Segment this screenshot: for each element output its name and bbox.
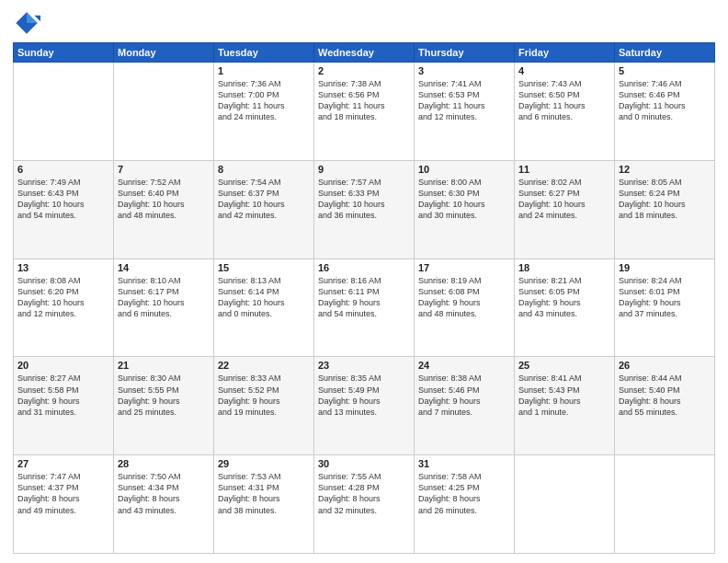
day-cell: 26Sunrise: 8:44 AM Sunset: 5:40 PM Dayli… (615, 357, 715, 455)
day-info: Sunrise: 8:44 AM Sunset: 5:40 PM Dayligh… (619, 373, 711, 418)
day-cell: 14Sunrise: 8:10 AM Sunset: 6:17 PM Dayli… (114, 259, 214, 357)
week-row-3: 13Sunrise: 8:08 AM Sunset: 6:20 PM Dayli… (14, 259, 715, 357)
day-info: Sunrise: 7:46 AM Sunset: 6:46 PM Dayligh… (619, 78, 711, 123)
day-cell: 3Sunrise: 7:41 AM Sunset: 6:53 PM Daylig… (415, 63, 515, 161)
day-cell: 5Sunrise: 7:46 AM Sunset: 6:46 PM Daylig… (615, 63, 715, 161)
day-info: Sunrise: 7:49 AM Sunset: 6:43 PM Dayligh… (17, 177, 109, 222)
day-cell: 11Sunrise: 8:02 AM Sunset: 6:27 PM Dayli… (515, 160, 615, 259)
day-info: Sunrise: 8:21 AM Sunset: 6:05 PM Dayligh… (518, 275, 610, 320)
weekday-header-thursday: Thursday (415, 43, 515, 63)
svg-marker-1 (27, 12, 38, 23)
day-cell: 17Sunrise: 8:19 AM Sunset: 6:08 PM Dayli… (415, 259, 515, 357)
logo (13, 9, 44, 37)
day-info: Sunrise: 7:36 AM Sunset: 7:00 PM Dayligh… (218, 78, 310, 123)
day-cell: 15Sunrise: 8:13 AM Sunset: 6:14 PM Dayli… (214, 259, 314, 357)
day-info: Sunrise: 8:24 AM Sunset: 6:01 PM Dayligh… (619, 275, 711, 320)
day-info: Sunrise: 7:55 AM Sunset: 4:28 PM Dayligh… (318, 471, 410, 516)
day-number: 2 (318, 65, 410, 76)
day-info: Sunrise: 8:27 AM Sunset: 5:58 PM Dayligh… (17, 373, 109, 418)
day-cell: 20Sunrise: 8:27 AM Sunset: 5:58 PM Dayli… (14, 357, 114, 455)
day-info: Sunrise: 8:08 AM Sunset: 6:20 PM Dayligh… (17, 275, 109, 320)
day-info: Sunrise: 8:33 AM Sunset: 5:52 PM Dayligh… (218, 373, 310, 418)
day-info: Sunrise: 7:38 AM Sunset: 6:56 PM Dayligh… (318, 78, 410, 123)
day-number: 26 (619, 360, 711, 371)
day-cell: 27Sunrise: 7:47 AM Sunset: 4:37 PM Dayli… (14, 455, 114, 554)
day-info: Sunrise: 7:47 AM Sunset: 4:37 PM Dayligh… (17, 471, 109, 516)
day-cell (515, 455, 615, 554)
day-info: Sunrise: 7:53 AM Sunset: 4:31 PM Dayligh… (218, 471, 310, 516)
day-info: Sunrise: 7:57 AM Sunset: 6:33 PM Dayligh… (318, 177, 410, 222)
day-info: Sunrise: 7:52 AM Sunset: 6:40 PM Dayligh… (118, 177, 210, 222)
day-cell: 29Sunrise: 7:53 AM Sunset: 4:31 PM Dayli… (214, 455, 314, 554)
day-number: 7 (118, 164, 210, 175)
day-number: 24 (418, 360, 510, 371)
day-number: 11 (518, 164, 610, 175)
day-number: 27 (17, 458, 109, 469)
page: SundayMondayTuesdayWednesdayThursdayFrid… (0, 0, 728, 563)
day-number: 12 (619, 164, 711, 175)
day-info: Sunrise: 8:10 AM Sunset: 6:17 PM Dayligh… (118, 275, 210, 320)
day-info: Sunrise: 8:38 AM Sunset: 5:46 PM Dayligh… (418, 373, 510, 418)
day-number: 15 (218, 262, 310, 273)
day-cell: 21Sunrise: 8:30 AM Sunset: 5:55 PM Dayli… (114, 357, 214, 455)
day-number: 4 (518, 65, 610, 76)
weekday-header-monday: Monday (114, 43, 214, 63)
day-number: 31 (418, 458, 510, 469)
day-info: Sunrise: 7:58 AM Sunset: 4:25 PM Dayligh… (418, 471, 510, 516)
day-cell: 4Sunrise: 7:43 AM Sunset: 6:50 PM Daylig… (515, 63, 615, 161)
week-row-4: 20Sunrise: 8:27 AM Sunset: 5:58 PM Dayli… (14, 357, 715, 455)
day-cell: 24Sunrise: 8:38 AM Sunset: 5:46 PM Dayli… (415, 357, 515, 455)
day-cell (14, 63, 114, 161)
day-cell (615, 455, 715, 554)
day-cell: 28Sunrise: 7:50 AM Sunset: 4:34 PM Dayli… (114, 455, 214, 554)
week-row-2: 6Sunrise: 7:49 AM Sunset: 6:43 PM Daylig… (14, 160, 715, 259)
day-info: Sunrise: 7:50 AM Sunset: 4:34 PM Dayligh… (118, 471, 210, 516)
weekday-header-tuesday: Tuesday (214, 43, 314, 63)
day-info: Sunrise: 8:35 AM Sunset: 5:49 PM Dayligh… (318, 373, 410, 418)
day-number: 25 (518, 360, 610, 371)
day-number: 30 (318, 458, 410, 469)
weekday-header-friday: Friday (515, 43, 615, 63)
day-info: Sunrise: 8:41 AM Sunset: 5:43 PM Dayligh… (518, 373, 610, 418)
week-row-1: 1Sunrise: 7:36 AM Sunset: 7:00 PM Daylig… (14, 63, 715, 161)
day-cell: 1Sunrise: 7:36 AM Sunset: 7:00 PM Daylig… (214, 63, 314, 161)
day-cell: 7Sunrise: 7:52 AM Sunset: 6:40 PM Daylig… (114, 160, 214, 259)
svg-marker-2 (34, 16, 40, 22)
day-cell: 25Sunrise: 8:41 AM Sunset: 5:43 PM Dayli… (515, 357, 615, 455)
day-cell: 8Sunrise: 7:54 AM Sunset: 6:37 PM Daylig… (214, 160, 314, 259)
day-cell: 31Sunrise: 7:58 AM Sunset: 4:25 PM Dayli… (415, 455, 515, 554)
day-cell: 23Sunrise: 8:35 AM Sunset: 5:49 PM Dayli… (314, 357, 415, 455)
day-number: 3 (418, 65, 510, 76)
day-number: 21 (118, 360, 210, 371)
weekday-header-sunday: Sunday (14, 43, 114, 63)
day-info: Sunrise: 8:13 AM Sunset: 6:14 PM Dayligh… (218, 275, 310, 320)
day-number: 9 (318, 164, 410, 175)
weekday-header-wednesday: Wednesday (314, 43, 415, 63)
day-number: 13 (17, 262, 109, 273)
weekday-header-saturday: Saturday (615, 43, 715, 63)
day-info: Sunrise: 8:00 AM Sunset: 6:30 PM Dayligh… (418, 177, 510, 222)
day-number: 20 (17, 360, 109, 371)
day-number: 18 (518, 262, 610, 273)
day-info: Sunrise: 8:02 AM Sunset: 6:27 PM Dayligh… (518, 177, 610, 222)
day-cell (114, 63, 214, 161)
day-cell: 9Sunrise: 7:57 AM Sunset: 6:33 PM Daylig… (314, 160, 415, 259)
day-number: 6 (17, 164, 109, 175)
day-cell: 30Sunrise: 7:55 AM Sunset: 4:28 PM Dayli… (314, 455, 415, 554)
day-info: Sunrise: 8:19 AM Sunset: 6:08 PM Dayligh… (418, 275, 510, 320)
day-number: 19 (619, 262, 711, 273)
day-cell: 12Sunrise: 8:05 AM Sunset: 6:24 PM Dayli… (615, 160, 715, 259)
day-info: Sunrise: 8:16 AM Sunset: 6:11 PM Dayligh… (318, 275, 410, 320)
day-cell: 10Sunrise: 8:00 AM Sunset: 6:30 PM Dayli… (415, 160, 515, 259)
day-cell: 18Sunrise: 8:21 AM Sunset: 6:05 PM Dayli… (515, 259, 615, 357)
day-cell: 6Sunrise: 7:49 AM Sunset: 6:43 PM Daylig… (14, 160, 114, 259)
day-info: Sunrise: 7:54 AM Sunset: 6:37 PM Dayligh… (218, 177, 310, 222)
logo-icon (13, 9, 40, 37)
day-cell: 13Sunrise: 8:08 AM Sunset: 6:20 PM Dayli… (14, 259, 114, 357)
day-number: 17 (418, 262, 510, 273)
day-info: Sunrise: 8:30 AM Sunset: 5:55 PM Dayligh… (118, 373, 210, 418)
week-row-5: 27Sunrise: 7:47 AM Sunset: 4:37 PM Dayli… (14, 455, 715, 554)
day-cell: 22Sunrise: 8:33 AM Sunset: 5:52 PM Dayli… (214, 357, 314, 455)
day-number: 29 (218, 458, 310, 469)
day-number: 8 (218, 164, 310, 175)
